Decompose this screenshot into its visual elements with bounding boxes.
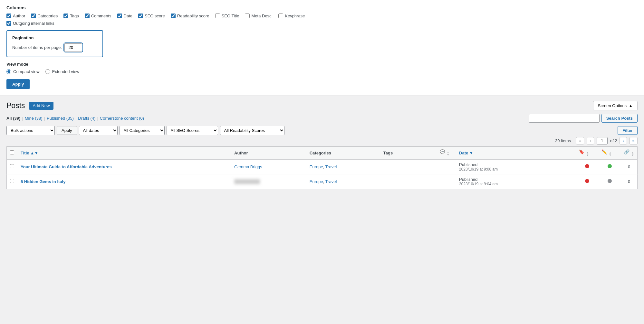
col-readability-score-checkbox[interactable] [171,14,176,18]
tags-col-label: Tags [383,151,393,155]
compact-view-text: Compact view [13,69,40,74]
add-new-button[interactable]: Add New [29,102,54,110]
select-all-checkbox[interactable] [10,150,14,154]
categories-select[interactable]: All Categories [120,126,165,135]
col-tags-text: Tags [70,14,79,18]
dates-select[interactable]: All dates [79,126,118,135]
row1-checkbox-cell [7,159,18,174]
row1-author-link[interactable]: Gemma Briggs [234,164,262,169]
col-comments-checkbox[interactable] [85,14,90,18]
col-comments-label[interactable]: Comments [85,14,111,18]
filter-mine[interactable]: Mine (38) [25,116,43,121]
filter-button[interactable]: Filter [618,126,638,135]
row2-categories-cell: Europe, Travel [306,174,380,189]
row2-comments-cell: — [437,174,456,189]
col-keyphrase-label[interactable]: Keyphrase [278,14,305,18]
row2-comments-dash: — [444,179,448,184]
col-date-text: Date [124,14,132,18]
header-tags-col: Tags [380,146,437,159]
col-outgoing-links-text: Outgoing internal links [13,21,54,26]
col-outgoing-links-checkbox[interactable] [6,21,11,26]
pagination-info-row: 39 items « ‹ of 2 › » [6,137,638,144]
col-author-checkbox[interactable] [6,14,11,18]
sep-4: | [97,116,98,121]
compact-view-label[interactable]: Compact view [6,69,40,74]
date-sort-link[interactable]: Date ▼ [459,151,572,155]
date-sort-icon: ▼ [469,151,473,155]
filter-links-left: All (39) | Mine (38) | Published (35) | … [6,116,144,121]
outgoing-links-row: Outgoing internal links [6,21,638,26]
col-tags-label[interactable]: Tags [63,14,79,18]
filter-drafts[interactable]: Drafts (4) [78,116,95,121]
bulk-actions-select[interactable]: Bulk actions [6,126,55,135]
col-keyphrase-checkbox[interactable] [278,14,283,18]
col-date-label[interactable]: Date [117,14,132,18]
col-author-label[interactable]: Author [6,14,25,18]
col-readability-score-label[interactable]: Readability score [171,14,209,18]
row2-seo-dot [585,179,589,183]
row1-cat-europe[interactable]: Europe [310,164,323,169]
col-seo-score-checkbox[interactable] [138,14,143,18]
screen-options-apply-button[interactable]: Apply [6,79,30,89]
row2-checkbox[interactable] [10,179,14,183]
view-mode-section: View mode Compact view Extended view [6,62,638,74]
col-date-checkbox[interactable] [117,14,122,18]
current-page-input[interactable] [597,137,608,144]
row1-checkbox[interactable] [10,164,14,168]
row2-cat-travel[interactable]: Travel [325,179,337,184]
row1-comments-dash: — [444,164,448,169]
row2-title-link[interactable]: 5 Hidden Gems in Italy [21,179,65,184]
col-readability-score-text: Readability score [177,14,209,18]
row2-author-cell: blurred user [231,174,306,189]
title-sort-link[interactable]: Title ▲▼ [21,151,228,155]
screen-options-button[interactable]: Screen Options ▲ [593,101,638,110]
extended-view-label[interactable]: Extended view [45,69,80,74]
header-categories-col: Categories [306,146,380,159]
col-outgoing-links-label[interactable]: Outgoing internal links [6,21,638,26]
row2-title-cell: 5 Hidden Gems in Italy [17,174,231,189]
row1-tags-cell: — [380,159,437,174]
col-tags-checkbox[interactable] [63,14,68,18]
search-posts-button[interactable]: Search Posts [601,114,638,123]
row1-author-cell: Gemma Briggs [231,159,306,174]
table-header-row: Title ▲▼ Author Categories Tags 💬 ▲▼ [7,146,638,159]
row2-author-blurred: blurred user [234,179,260,184]
title-col-label: Title [21,151,29,155]
col-seo-score-label[interactable]: SEO score [138,14,165,18]
filter-cornerstone[interactable]: Cornerstone content (0) [100,116,144,121]
row2-links-count: 0 [628,179,630,184]
col-meta-desc-checkbox[interactable] [245,14,250,18]
date-col-label: Date [459,151,468,155]
col-seo-title-label[interactable]: SEO Title [215,14,239,18]
toolbar-apply-button[interactable]: Apply [57,126,77,135]
search-posts-input[interactable] [529,114,600,123]
first-page-button[interactable]: « [576,137,584,144]
prev-page-button[interactable]: ‹ [587,137,594,144]
col-categories-label[interactable]: Categories [31,14,58,18]
row1-cat-travel[interactable]: Travel [325,164,337,169]
filter-all[interactable]: All (39) [6,116,20,121]
col-seo-title-checkbox[interactable] [215,14,220,18]
seo-scores-select[interactable]: All SEO Scores [167,126,218,135]
col-categories-checkbox[interactable] [31,14,36,18]
row1-title-cell: Your Ultimate Guide to Affordable Advent… [17,159,231,174]
table-row: Your Ultimate Guide to Affordable Advent… [7,159,638,174]
pagination-box: Pagination Number of items per page: [6,30,103,57]
posts-header: Posts Add New Screen Options ▲ [6,101,638,111]
next-page-button[interactable]: › [620,137,627,144]
filter-published[interactable]: Published (35) [47,116,74,121]
compact-view-radio[interactable] [6,69,11,74]
sep-3: | [75,116,76,121]
row1-title-link[interactable]: Your Ultimate Guide to Affordable Advent… [21,164,112,169]
view-mode-heading: View mode [6,62,638,67]
col-comments-text: Comments [91,14,111,18]
row1-seo-cell [576,159,598,174]
col-meta-desc-label[interactable]: Meta Desc. [245,14,273,18]
row2-cat-europe[interactable]: Europe [310,179,323,184]
extended-view-radio[interactable] [45,69,50,74]
col-meta-desc-text: Meta Desc. [251,14,273,18]
row2-links-cell: 0 [621,174,637,189]
last-page-button[interactable]: » [630,137,638,144]
pagination-input[interactable] [64,43,82,51]
readability-select[interactable]: All Readability Scores [220,126,284,135]
